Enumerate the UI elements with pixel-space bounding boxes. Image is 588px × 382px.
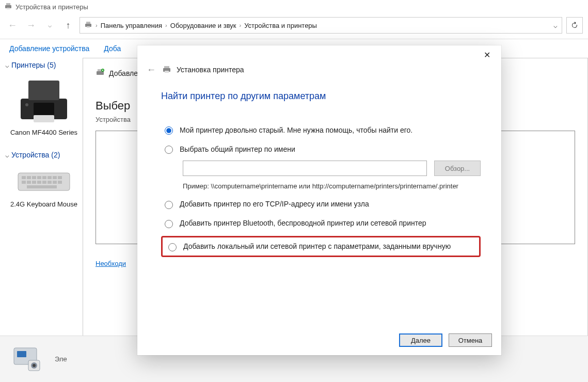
svg-rect-1 xyxy=(6,3,10,5)
arrow-left-icon: ← xyxy=(147,65,156,75)
svg-rect-32 xyxy=(102,70,103,71)
shared-printer-path-input[interactable] xyxy=(183,161,427,176)
browse-button[interactable]: Обзор... xyxy=(434,161,481,176)
group-label: Устройства xyxy=(11,151,49,159)
device-list-sidebar: Принтеры (5) Canon MF4400 Series Устройс… xyxy=(0,58,83,378)
device-status-icon xyxy=(9,343,45,376)
option-label: Добавить локальный или сетевой принтер с… xyxy=(183,242,451,250)
cancel-button[interactable]: Отмена xyxy=(449,333,492,347)
chevron-down-icon xyxy=(5,151,9,159)
title-bar: Устройства и принтеры xyxy=(0,0,588,14)
dialog-heading: Найти принтер по другим параметрам xyxy=(161,91,481,102)
device-label: 2.4G Keyboard Mouse xyxy=(8,200,80,209)
svg-rect-4 xyxy=(86,22,90,24)
address-dropdown-icon[interactable]: ⌵ xyxy=(553,22,558,29)
dialog-back-button[interactable]: ← xyxy=(146,64,157,75)
svg-rect-16 xyxy=(42,176,46,179)
svg-rect-24 xyxy=(42,181,46,184)
radio-tcpip-printer[interactable] xyxy=(165,201,173,209)
history-chevron-icon[interactable]: ⌵ xyxy=(42,18,57,33)
dialog-title: Установка принтера xyxy=(177,66,244,74)
option-old-printer[interactable]: Мой принтер довольно старый. Мне нужна п… xyxy=(161,122,481,137)
group-count: (2) xyxy=(51,151,60,159)
svg-rect-39 xyxy=(164,66,169,68)
status-label: Эле xyxy=(55,355,67,363)
add-printer-dialog: ✕ ← Установка принтера Найти принтер по … xyxy=(137,45,501,355)
add-printer-link[interactable]: Доба xyxy=(104,44,121,53)
group-printers[interactable]: Принтеры (5) xyxy=(5,58,83,72)
svg-rect-12 xyxy=(22,176,26,179)
option-label: Выбрать общий принтер по имени xyxy=(180,145,295,153)
refresh-button[interactable] xyxy=(566,17,583,34)
svg-rect-2 xyxy=(7,8,10,9)
svg-rect-7 xyxy=(28,81,59,100)
svg-rect-17 xyxy=(47,176,52,179)
help-link[interactable]: Необходи xyxy=(96,260,126,267)
devices-printers-icon xyxy=(4,2,12,12)
svg-rect-13 xyxy=(27,176,31,179)
example-text: Пример: \\computername\printername или h… xyxy=(183,181,481,192)
svg-point-10 xyxy=(25,103,28,106)
svg-rect-14 xyxy=(32,176,36,179)
svg-rect-20 xyxy=(22,181,26,184)
option-manual-printer[interactable]: Добавить локальный или сетевой принтер с… xyxy=(161,236,481,257)
svg-rect-19 xyxy=(58,176,62,179)
up-button[interactable]: ↑ xyxy=(61,18,75,33)
option-label: Добавить принтер по его TCP/IP-адресу ил… xyxy=(180,200,369,208)
svg-rect-40 xyxy=(165,71,169,73)
svg-rect-26 xyxy=(53,181,57,184)
svg-rect-8 xyxy=(34,103,54,115)
close-button[interactable]: ✕ xyxy=(476,47,497,62)
breadcrumb-item[interactable]: Устройства и принтеры xyxy=(244,22,317,29)
svg-rect-27 xyxy=(58,181,62,184)
add-device-link[interactable]: Добавление устройства xyxy=(9,44,89,53)
refresh-icon xyxy=(570,21,579,29)
svg-rect-21 xyxy=(27,181,31,184)
device-label: Canon MF4400 Series xyxy=(8,129,80,137)
svg-point-37 xyxy=(33,364,36,367)
printer-icon xyxy=(162,65,171,75)
svg-rect-29 xyxy=(97,71,104,75)
option-tcpip-printer[interactable]: Добавить принтер по его TCP/IP-адресу ил… xyxy=(161,197,481,212)
svg-rect-9 xyxy=(34,115,54,122)
option-label: Добавить принтер Bluetooth, беспроводной… xyxy=(180,219,426,227)
window-title: Устройства и принтеры xyxy=(15,3,88,11)
option-shared-printer[interactable]: Выбрать общий принтер по имени xyxy=(161,141,481,156)
svg-rect-15 xyxy=(37,176,41,179)
breadcrumb-item[interactable]: Панель управления xyxy=(101,22,162,29)
option-label: Мой принтер довольно старый. Мне нужна п… xyxy=(180,126,412,134)
svg-rect-22 xyxy=(32,181,36,184)
device-item-printer[interactable]: Canon MF4400 Series xyxy=(8,76,80,137)
keyboard-icon xyxy=(13,166,75,197)
option-bluetooth-printer[interactable]: Добавить принтер Bluetooth, беспроводной… xyxy=(161,216,481,231)
forward-button[interactable]: → xyxy=(24,18,38,33)
next-button[interactable]: Далее xyxy=(399,333,442,347)
back-button[interactable]: ← xyxy=(5,18,20,33)
radio-old-printer[interactable] xyxy=(165,126,173,135)
nav-bar: ← → ⌵ ↑ › Панель управления › Оборудован… xyxy=(0,14,588,39)
svg-rect-23 xyxy=(37,181,41,184)
svg-rect-25 xyxy=(47,181,52,184)
printer-icon xyxy=(13,76,75,125)
breadcrumb-sep-icon: › xyxy=(165,22,167,28)
group-devices[interactable]: Устройства (2) xyxy=(5,148,83,162)
radio-manual-printer[interactable] xyxy=(168,243,177,251)
radio-bluetooth-printer[interactable] xyxy=(165,220,173,228)
group-count: (5) xyxy=(47,61,56,69)
breadcrumb-sep-icon: › xyxy=(239,22,241,28)
breadcrumb-sep-icon: › xyxy=(96,22,98,28)
svg-rect-34 xyxy=(17,351,26,357)
breadcrumb-item[interactable]: Оборудование и звук xyxy=(170,22,236,29)
svg-rect-5 xyxy=(87,26,90,28)
printer-add-icon xyxy=(96,68,105,78)
close-icon: ✕ xyxy=(484,50,490,60)
address-bar[interactable]: › Панель управления › Оборудование и зву… xyxy=(80,17,562,34)
radio-shared-printer[interactable] xyxy=(165,146,173,154)
device-item-keyboard[interactable]: 2.4G Keyboard Mouse xyxy=(8,166,80,209)
svg-rect-28 xyxy=(27,185,57,188)
group-label: Принтеры xyxy=(11,61,45,69)
chevron-down-icon xyxy=(5,61,9,69)
svg-rect-18 xyxy=(53,176,57,179)
devices-printers-icon xyxy=(84,21,92,30)
